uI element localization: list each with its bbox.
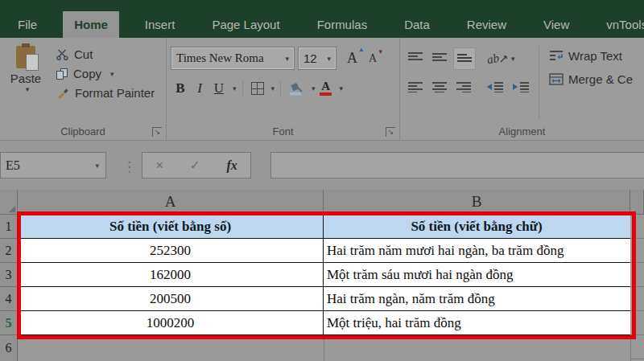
cell-b3[interactable]: Một trăm sáu mươi hai ngàn đồng — [324, 263, 630, 286]
tab-formulas[interactable]: Formulas — [306, 11, 379, 38]
font-name-dropdown-icon[interactable]: ▾ — [285, 55, 289, 63]
borders-dropdown-icon[interactable]: ▾ — [271, 84, 275, 92]
top-align-button[interactable] — [405, 48, 426, 69]
copy-dropdown-icon[interactable]: ▾ — [110, 70, 114, 78]
font-group-label: Font — [167, 125, 399, 137]
cell-b5[interactable]: Một triệu, hai trăm đồng — [324, 311, 630, 334]
table-row: Số tiền (viết bằng số) Số tiền (viết bằn… — [18, 215, 630, 239]
row-header-1[interactable]: 1 — [0, 215, 18, 239]
scissors-icon — [56, 48, 68, 60]
tab-home[interactable]: Home — [63, 11, 119, 38]
row-header-6[interactable]: 6 — [0, 335, 18, 361]
ribbon: Paste ▾ Cut Copy ▾ Format Pain — [0, 38, 644, 141]
gridline — [324, 335, 324, 361]
divider — [280, 80, 281, 96]
cell-b4[interactable]: Hai trăm ngàn, năm trăm đồng — [324, 287, 630, 310]
clipboard-group: Paste ▾ Cut Copy ▾ Format Pain — [0, 38, 167, 140]
excel-window: File Home Insert Page Layout Formulas Da… — [0, 0, 644, 361]
row-header-3[interactable]: 3 — [0, 263, 18, 287]
cut-button[interactable]: Cut — [56, 47, 155, 61]
middle-align-button[interactable] — [429, 48, 450, 69]
ribbon-tab-bar: File Home Insert Page Layout Formulas Da… — [0, 0, 644, 38]
paste-button[interactable]: Paste ▾ — [5, 43, 47, 100]
table-row: 200500 Hai trăm ngàn, năm trăm đồng — [18, 287, 630, 311]
decrease-font-letter: A — [369, 52, 377, 64]
decrease-font-size-button[interactable]: A ▾ — [369, 52, 377, 65]
name-box-dropdown-icon[interactable]: ▾ — [95, 162, 99, 170]
align-right-button[interactable] — [453, 78, 474, 99]
divider — [539, 46, 539, 119]
row-header-2[interactable]: 2 — [0, 239, 18, 263]
font-color-dropdown-icon[interactable]: ▾ — [340, 84, 344, 92]
wrap-text-label: Wrap Text — [568, 49, 622, 63]
merge-center-icon — [549, 73, 564, 85]
tab-vntools[interactable]: vnTools — [595, 11, 644, 38]
font-group: Times New Roma ▾ 12 ▾ A ▴ A ▾ B I — [167, 38, 400, 140]
bold-button[interactable]: B — [171, 79, 189, 98]
font-color-button[interactable]: A — [317, 79, 335, 98]
increase-indent-button[interactable] — [510, 78, 532, 99]
clipboard-dialog-launcher[interactable]: ↘ — [152, 127, 162, 137]
cell-a4[interactable]: 200500 — [18, 287, 324, 310]
formula-bar-resize-dots[interactable]: ⋮ — [122, 158, 136, 175]
font-name-value: Times New Roma — [176, 51, 264, 65]
center-icon — [431, 81, 448, 92]
font-size-combobox[interactable]: 12 ▾ — [299, 47, 336, 69]
tab-insert[interactable]: Insert — [134, 11, 187, 38]
select-all-triangle-icon: ◢ — [9, 205, 15, 212]
align-left-button[interactable] — [405, 78, 426, 99]
row-header-5[interactable]: 5 — [0, 311, 18, 335]
orientation-dropdown-icon[interactable]: ▾ — [511, 55, 515, 63]
font-dialog-launcher[interactable]: ↘ — [386, 127, 395, 137]
cell-b1[interactable]: Số tiền (viết bằng chữ) — [324, 215, 630, 238]
borders-button[interactable] — [249, 79, 266, 98]
name-box[interactable]: E5 ▾ — [0, 152, 106, 178]
insert-function-button[interactable]: fx — [226, 158, 237, 173]
font-size-dropdown-icon[interactable]: ▾ — [327, 55, 331, 63]
fill-color-dropdown-icon[interactable]: ▾ — [312, 84, 316, 92]
copy-button[interactable]: Copy ▾ — [56, 67, 155, 80]
center-button[interactable] — [429, 78, 450, 99]
formula-input[interactable] — [270, 152, 644, 178]
tab-review[interactable]: Review — [456, 11, 518, 38]
column-header-c[interactable] — [630, 190, 644, 215]
font-name-combobox[interactable]: Times New Roma ▾ — [171, 47, 294, 69]
orientation-arrow-icon — [500, 55, 508, 63]
tab-file[interactable]: File — [6, 11, 48, 38]
tab-page-layout[interactable]: Page Layout — [200, 11, 291, 38]
decrease-indent-button[interactable] — [484, 78, 506, 99]
increase-font-arrow-icon: ▴ — [359, 45, 363, 53]
cell-a5[interactable]: 1000200 — [18, 311, 324, 334]
orientation-label: ab — [485, 51, 500, 67]
wrap-text-button[interactable]: Wrap Text — [549, 49, 633, 63]
alignment-group-label: Alignment — [400, 125, 644, 137]
table-row: 252300 Hai trăm năm mươi hai ngàn, ba tr… — [18, 239, 630, 263]
orientation-button[interactable]: ab ▾ — [487, 52, 515, 66]
select-all-corner[interactable]: ◢ — [0, 190, 18, 215]
underline-dropdown-icon[interactable]: ▾ — [233, 84, 237, 92]
increase-font-letter: A — [347, 50, 357, 66]
gridlines — [630, 215, 644, 361]
cancel-button[interactable]: × — [155, 158, 163, 174]
underline-button[interactable]: U — [210, 79, 228, 98]
tab-data[interactable]: Data — [393, 11, 441, 38]
bottom-align-button[interactable] — [453, 47, 476, 70]
merge-center-button[interactable]: Merge & Ce — [549, 72, 633, 86]
column-header-b[interactable]: B — [324, 190, 630, 215]
row-header-4[interactable]: 4 — [0, 287, 18, 311]
italic-button[interactable]: I — [191, 79, 208, 98]
fill-color-button[interactable] — [287, 79, 307, 98]
clipboard-group-label: Clipboard — [0, 125, 166, 137]
enter-button[interactable]: ✓ — [190, 158, 200, 173]
cell-a2[interactable]: 252300 — [18, 239, 324, 262]
align-right-icon — [456, 81, 472, 92]
cell-b2[interactable]: Hai trăm năm mươi hai ngàn, ba trăm đồng — [324, 239, 630, 262]
format-painter-button[interactable]: Format Painter — [56, 86, 155, 100]
paste-dropdown-icon[interactable]: ▾ — [26, 85, 30, 93]
merge-center-label: Merge & Ce — [568, 72, 633, 86]
cell-a3[interactable]: 162000 — [18, 263, 324, 286]
column-header-a[interactable]: A — [18, 190, 324, 215]
tab-view[interactable]: View — [532, 11, 580, 38]
increase-font-size-button[interactable]: A ▴ — [347, 50, 357, 67]
cell-a1[interactable]: Số tiền (viết bằng số) — [18, 215, 324, 238]
